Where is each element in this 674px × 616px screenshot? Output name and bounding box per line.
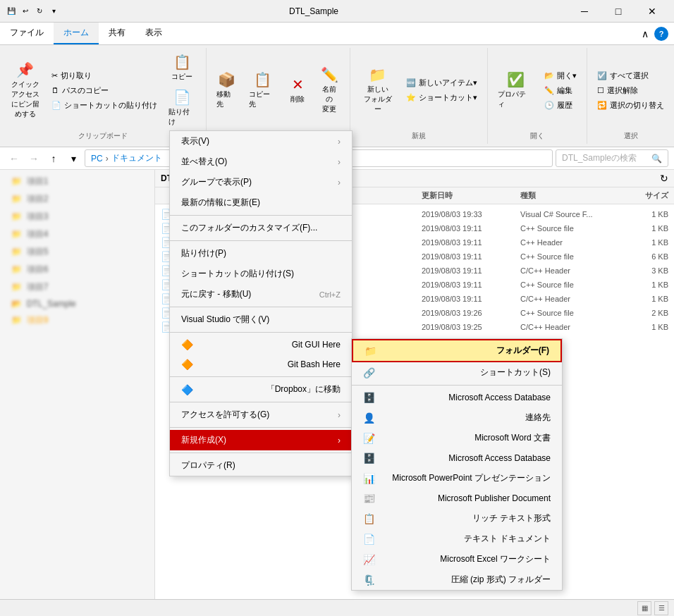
- deselect-label: 選択解除: [607, 85, 638, 96]
- history-button[interactable]: 🕒 履歴: [540, 99, 581, 112]
- scissors-icon: ✂: [51, 71, 58, 80]
- submenu-icon-publisher: 📰: [363, 493, 375, 504]
- refresh-icon[interactable]: ↻: [660, 173, 668, 184]
- tile-view-button[interactable]: ▦: [637, 601, 651, 615]
- ctx-item-undo[interactable]: 元に戻す - 移動(U)Ctrl+Z: [170, 284, 352, 304]
- maximize-button[interactable]: □: [602, 0, 635, 23]
- file-date-cell: 2019/08/03 19:11: [422, 238, 520, 247]
- delete-button[interactable]: ✕ 削除: [283, 73, 312, 107]
- submenu-item-word[interactable]: 📝Microsoft Word 文書: [352, 428, 562, 448]
- history-label: 履歴: [557, 100, 572, 111]
- sidebar-item-2[interactable]: 📁 項目2: [0, 190, 154, 208]
- easy-access-button[interactable]: ⭐ ショートカット▾: [402, 91, 482, 104]
- ribbon: ファイル ホーム 共有 表示 ∧ ? 📌 クイック アクセスにピン留めする ✂ …: [0, 23, 674, 147]
- new-folder-icon: 📁: [369, 66, 386, 83]
- forward-button[interactable]: →: [25, 150, 42, 167]
- cut-button[interactable]: ✂ 切り取り: [47, 69, 161, 82]
- sidebar-item-8[interactable]: 📂 DTL_Sample: [0, 296, 154, 312]
- invert-button[interactable]: 🔁 選択の切り替え: [593, 99, 668, 112]
- copy-to-button[interactable]: 📋 コピー先: [245, 68, 281, 112]
- ctx-item-new[interactable]: 新規作成(X)›: [170, 430, 352, 450]
- ctx-item-paste[interactable]: 貼り付け(P): [170, 243, 352, 264]
- ctx-item-access[interactable]: アクセスを許可する(G)›: [170, 405, 352, 425]
- submenu-item-publisher[interactable]: 📰Microsoft Publisher Document: [352, 488, 562, 508]
- sidebar-item-9[interactable]: 📁 項目9: [0, 312, 154, 329]
- new-folder-label: 新しいフォルダー: [360, 85, 395, 114]
- sidebar-item-5[interactable]: 📁 項目5: [0, 243, 154, 261]
- sidebar-item-7[interactable]: 📁 項目7: [0, 278, 154, 296]
- quick-access-button[interactable]: 📌 クイック アクセスにピン留めする: [6, 58, 44, 122]
- sidebar-item-4[interactable]: 📁 項目4: [0, 226, 154, 243]
- rename-button[interactable]: ✏️ 名前の変更: [314, 63, 344, 117]
- submenu-item-text[interactable]: 📄テキスト ドキュメント: [352, 529, 562, 549]
- tab-file[interactable]: ファイル: [0, 23, 54, 44]
- submenu-item-access-db2[interactable]: 🗄️Microsoft Access Database: [352, 448, 562, 468]
- tab-share[interactable]: 共有: [99, 23, 135, 44]
- search-box[interactable]: DTL_Sampleの検索 🔍: [556, 149, 668, 167]
- back-button[interactable]: ←: [6, 150, 23, 167]
- ctx-item-group[interactable]: グループで表示(P)›: [170, 172, 352, 192]
- submenu-item-rich-text[interactable]: 📋リッチ テキスト形式: [352, 508, 562, 529]
- ctx-item-git-gui[interactable]: 🔶Git GUI Here: [170, 335, 352, 355]
- shortcut-paste-button[interactable]: 📄 ショートカットの貼り付け: [47, 99, 161, 112]
- ctx-icon-git-gui: 🔶: [181, 339, 193, 350]
- submenu-item-zip[interactable]: 🗜️圧縮 (zip 形式) フォルダー: [352, 569, 562, 590]
- new-item-button[interactable]: 🆕 新しいアイテム▾: [402, 76, 482, 90]
- ctx-item-paste-shortcut[interactable]: ショートカットの貼り付け(S): [170, 264, 352, 284]
- ctx-item-view[interactable]: 表示(V)›: [170, 131, 352, 152]
- new-folder-button[interactable]: 📁 新しいフォルダー: [356, 63, 399, 117]
- submenu-item-shortcut[interactable]: 🔗ショートカット(S): [352, 362, 562, 383]
- copy-button[interactable]: 📋 コピー: [164, 51, 200, 85]
- select-all-label: すべて選択: [610, 70, 649, 81]
- ribbon-group-organize: 📦 移動先 📋 コピー先 ✕ 削除 ✏️ 名前の変更 整理: [207, 48, 350, 144]
- save-icon: 💾: [6, 6, 17, 17]
- tab-view[interactable]: 表示: [135, 23, 172, 44]
- properties-button[interactable]: ✅ プロパティ: [494, 68, 537, 112]
- recent-button[interactable]: ▾: [65, 150, 82, 167]
- open-label: 開く▾: [557, 70, 577, 81]
- sidebar-item-3[interactable]: 📁 項目3: [0, 208, 154, 226]
- select-all-button[interactable]: ☑️ すべて選択: [593, 69, 668, 82]
- ctx-item-dropbox[interactable]: 🔷「Dropbox」に移動: [170, 379, 352, 400]
- submenu-item-folder[interactable]: 📁フォルダー(F): [352, 339, 562, 362]
- paste-button[interactable]: 📄 貼り付け: [164, 86, 200, 130]
- file-size-cell: 1 KB: [626, 323, 668, 331]
- submenu-item-access-db[interactable]: 🗄️Microsoft Access Database: [352, 388, 562, 407]
- paste-icon: 📄: [173, 89, 191, 106]
- submenu-label-access-db: Microsoft Access Database: [448, 393, 551, 402]
- open-button[interactable]: 📂 開く▾: [540, 69, 581, 82]
- ctx-item-refresh[interactable]: 最新の情報に更新(E): [170, 192, 352, 213]
- edit-label: 編集: [557, 85, 572, 96]
- submenu-label-access-db2: Microsoft Access Database: [448, 453, 551, 463]
- submenu-item-contact[interactable]: 👤連絡先: [352, 407, 562, 428]
- ctx-item-visual-studio[interactable]: Visual Studio で開く(V): [170, 309, 352, 330]
- tab-home[interactable]: ホーム: [54, 23, 99, 44]
- close-button[interactable]: ✕: [636, 0, 668, 23]
- deselect-button[interactable]: ☐ 選択解除: [593, 84, 668, 97]
- sidebar-item-6[interactable]: 📁 項目6: [0, 261, 154, 278]
- file-size-cell: 6 KB: [626, 252, 668, 261]
- path-copy-icon: 🗒: [51, 86, 59, 94]
- ctx-item-customize[interactable]: このフォルダーのカスタマイズ(F)...: [170, 218, 352, 238]
- submenu-item-excel[interactable]: 📈Microsoft Excel ワークシート: [352, 549, 562, 569]
- minimize-button[interactable]: ─: [568, 0, 601, 23]
- file-date-cell: 2019/08/03 19:11: [422, 224, 520, 233]
- submenu-icon-access-db2: 🗄️: [363, 452, 375, 464]
- edit-button[interactable]: ✏️ 編集: [540, 84, 581, 97]
- file-size-cell: 1 KB: [626, 295, 668, 303]
- ribbon-collapse-icon[interactable]: ∧: [636, 28, 654, 39]
- ctx-item-git-bash[interactable]: 🔶Git Bash Here: [170, 355, 352, 374]
- ctx-item-sort[interactable]: 並べ替え(O)›: [170, 152, 352, 172]
- window-title: DTL_Sample: [59, 6, 568, 16]
- move-to-button[interactable]: 📦 移動先: [212, 68, 242, 112]
- help-icon[interactable]: ?: [654, 27, 668, 41]
- submenu-label-folder: フォルダー(F): [496, 345, 549, 357]
- file-size-cell: 1 KB: [626, 210, 668, 218]
- ctx-item-properties[interactable]: プロパティ(R): [170, 455, 352, 476]
- submenu-item-powerpoint[interactable]: 📊Microsoft PowerPoint プレゼンテーション: [352, 468, 562, 488]
- sidebar-item-1[interactable]: 📁 項目1: [0, 173, 154, 190]
- select-all-icon: ☑️: [597, 71, 607, 80]
- list-view-button[interactable]: ☰: [654, 601, 668, 615]
- up-button[interactable]: ↑: [45, 150, 62, 167]
- path-copy-button[interactable]: 🗒 パスのコピー: [47, 84, 161, 97]
